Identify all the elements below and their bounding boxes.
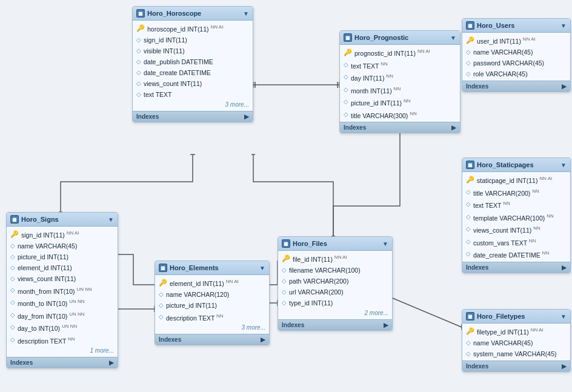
table-footer-elements[interactable]: Indexes ▶ <box>155 334 269 345</box>
diamond-icon: ◇ <box>466 199 471 209</box>
dropdown-users[interactable]: ▼ <box>560 22 567 29</box>
dropdown-files[interactable]: ▼ <box>382 241 388 247</box>
footer-arrow-signs: ▶ <box>109 359 114 366</box>
table-staticpages[interactable]: ▦ Horo_Staticpages ▼ 🔑 staticpage_id INT… <box>462 158 571 273</box>
field-staticpages-1: 🔑 staticpage_id INT(11) NN AI <box>462 173 570 186</box>
field-horoscope-4: ◇ date_publish DATETIME <box>133 56 253 67</box>
dropdown-filetypes[interactable]: ▼ <box>560 313 567 320</box>
field-filetypes-2: ◇ name VARCHAR(45) <box>462 337 570 348</box>
field-staticpages-6: ◇ custom_vars TEXT NN <box>462 236 570 248</box>
diamond-icon: ◇ <box>136 68 141 78</box>
field-signs-7: ◇ month_to INT(10) UN NN <box>7 296 118 309</box>
field-users-1: 🔑 user_id INT(11) NN AI <box>462 34 570 47</box>
table-header-prognostic: ▦ Horo_Prognostic ▼ <box>340 31 460 45</box>
diamond-icon: ◇ <box>466 349 471 359</box>
field-elements-4: ◇ description TEXT NN <box>155 311 269 324</box>
field-signs-4: ◇ element_id INT(11) <box>7 262 118 273</box>
table-footer-prognostic[interactable]: Indexes ▶ <box>340 122 460 133</box>
table-icon-horoscope: ▦ <box>136 9 145 18</box>
table-footer-staticpages[interactable]: Indexes ▶ <box>462 262 570 273</box>
table-footer-signs[interactable]: Indexes ▶ <box>7 357 118 368</box>
dropdown-prognostic[interactable]: ▼ <box>450 35 456 41</box>
diamond-icon: ◇ <box>10 252 15 262</box>
dropdown-staticpages[interactable]: ▼ <box>560 162 567 168</box>
svg-line-20 <box>390 297 462 327</box>
field-signs-2: ◇ name VARCHAR(45) <box>7 241 118 251</box>
table-name-staticpages: Horo_Staticpages <box>477 161 534 168</box>
table-header-users: ▦ Horo_Users ▼ <box>462 19 570 33</box>
diamond-icon: ◇ <box>466 187 471 197</box>
field-staticpages-7: ◇ date_create DATETIME NN <box>462 248 570 261</box>
table-prognostic[interactable]: ▦ Horo_Prognostic ▼ 🔑 prognostic_id INT(… <box>339 30 461 133</box>
footer-arrow-users: ▶ <box>562 83 567 90</box>
field-horoscope-2: ◇ sign_id INT(11) <box>133 35 253 45</box>
field-prognostic-2: ◇ text TEXT NN <box>340 59 460 71</box>
diagram-canvas: ▦ Horo_Horoscope ▼ 🔑 horoscope_id INT(11… <box>0 0 572 392</box>
table-users[interactable]: ▦ Horo_Users ▼ 🔑 user_id INT(11) NN AI ◇… <box>462 18 571 92</box>
dropdown-horoscope[interactable]: ▼ <box>243 10 249 17</box>
table-name-users: Horo_Users <box>477 22 514 29</box>
table-elements[interactable]: ▦ Horo_Elements ▼ 🔑 element_id INT(11) N… <box>155 261 270 345</box>
field-prognostic-3: ◇ day INT(11) NN <box>340 71 460 84</box>
table-name-filetypes: Horo_Filetypes <box>477 313 525 320</box>
table-footer-horoscope[interactable]: Indexes ▶ <box>133 111 253 122</box>
field-users-4: ◇ role VARCHAR(45) <box>462 68 570 79</box>
diamond-icon: ◇ <box>466 212 471 222</box>
dropdown-elements[interactable]: ▼ <box>259 265 265 271</box>
field-prognostic-5: ◇ picture_id INT(11) NN <box>340 96 460 108</box>
field-files-3: ◇ path VARCHAR(200) <box>278 276 392 287</box>
table-header-signs: ▦ Horo_Signs ▼ <box>7 213 118 227</box>
more-elements: 3 more... <box>155 323 269 333</box>
key-icon: 🔑 <box>136 23 145 33</box>
diamond-icon: ◇ <box>466 237 471 247</box>
table-footer-filetypes[interactable]: Indexes ▶ <box>462 360 570 371</box>
field-filetypes-1: 🔑 filetype_id INT(11) NN AI <box>462 325 570 337</box>
field-horoscope-6: ◇ views_count INT(11) <box>133 78 253 89</box>
diamond-icon: ◇ <box>10 322 15 332</box>
table-name-signs: Horo_Signs <box>21 216 59 223</box>
table-body-filetypes: 🔑 filetype_id INT(11) NN AI ◇ name VARCH… <box>462 324 570 360</box>
table-footer-users[interactable]: Indexes ▶ <box>462 81 570 91</box>
table-body-horoscope: 🔑 horoscope_id INT(11) NN AI ◇ sign_id I… <box>133 21 253 111</box>
field-staticpages-3: ◇ text TEXT NN <box>462 198 570 211</box>
field-users-2: ◇ name VARCHAR(45) <box>462 47 570 58</box>
diamond-icon: ◇ <box>282 265 287 275</box>
table-body-files: 🔑 file_id INT(11) NN AI ◇ filename VARCH… <box>278 251 392 319</box>
table-header-files: ▦ Horo_Files ▼ <box>278 237 392 251</box>
field-staticpages-4: ◇ template VARCHAR(100) NN <box>462 211 570 224</box>
diamond-icon: ◇ <box>10 285 15 295</box>
field-horoscope-1: 🔑 horoscope_id INT(11) NN AI <box>133 22 253 35</box>
table-body-users: 🔑 user_id INT(11) NN AI ◇ name VARCHAR(4… <box>462 33 570 81</box>
key-icon: 🔑 <box>466 174 474 184</box>
dropdown-signs[interactable]: ▼ <box>108 216 114 223</box>
footer-arrow-horoscope: ▶ <box>244 113 249 120</box>
field-staticpages-2: ◇ title VARCHAR(200) NN <box>462 186 570 199</box>
field-signs-5: ◇ views_count INT(11) <box>7 273 118 284</box>
field-filetypes-3: ◇ system_name VARCHAR(45) <box>462 348 570 359</box>
field-horoscope-7: ◇ text TEXT <box>133 89 253 100</box>
field-signs-9: ◇ day_to INT(10) UN NN <box>7 321 118 334</box>
table-footer-files[interactable]: Indexes ▶ <box>278 319 392 330</box>
diamond-icon: ◇ <box>10 274 15 284</box>
diamond-icon: ◇ <box>344 72 348 82</box>
key-icon: 🔑 <box>10 229 19 239</box>
footer-arrow-staticpages: ▶ <box>562 264 567 271</box>
table-horoscope[interactable]: ▦ Horo_Horoscope ▼ 🔑 horoscope_id INT(11… <box>132 6 253 122</box>
footer-arrow-elements: ▶ <box>261 336 265 343</box>
diamond-icon: ◇ <box>466 69 471 79</box>
table-signs[interactable]: ▦ Horo_Signs ▼ 🔑 sign_id INT(11) NN AI ◇… <box>6 212 118 368</box>
diamond-icon: ◇ <box>466 58 471 68</box>
more-signs: 1 more... <box>7 346 118 356</box>
diamond-icon: ◇ <box>136 35 141 45</box>
diamond-icon: ◇ <box>10 241 15 251</box>
table-files[interactable]: ▦ Horo_Files ▼ 🔑 file_id INT(11) NN AI ◇… <box>278 236 393 331</box>
table-icon-prognostic: ▦ <box>344 33 352 42</box>
field-prognostic-6: ◇ title VARCHAR(300) NN <box>340 108 460 121</box>
table-filetypes[interactable]: ▦ Horo_Filetypes ▼ 🔑 filetype_id INT(11)… <box>462 309 571 372</box>
footer-arrow-files: ▶ <box>384 322 388 328</box>
table-icon-elements: ▦ <box>159 264 167 272</box>
table-header-elements: ▦ Horo_Elements ▼ <box>155 261 269 275</box>
field-prognostic-4: ◇ month INT(11) NN <box>340 84 460 96</box>
key-icon: 🔑 <box>344 47 352 57</box>
table-header-filetypes: ▦ Horo_Filetypes ▼ <box>462 310 570 324</box>
